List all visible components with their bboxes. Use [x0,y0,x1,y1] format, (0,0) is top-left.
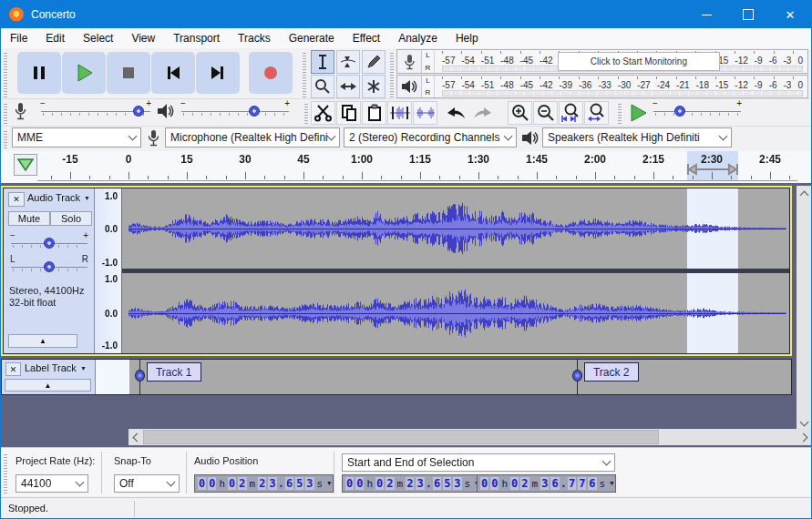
timefield-dropdown-arrow[interactable]: ▼ [610,480,613,487]
multi-tool-button[interactable] [362,75,385,98]
timefield-dropdown-arrow[interactable]: ▼ [327,480,331,487]
audio-track-title-menu[interactable]: Audio Track▼ [27,192,90,203]
solo-button[interactable]: Solo [50,211,92,226]
scroll-left-arrow[interactable] [128,430,143,444]
copy-button[interactable] [336,101,361,125]
selection-end-field[interactable]: 00h02m36.776s▼ [477,474,616,493]
menu-item-analyze[interactable]: Analyze [389,32,447,45]
selection-mode-select[interactable]: Start and End of Selection [342,453,615,472]
recording-channels-select[interactable]: 2 (Stereo) Recording Channels [344,127,517,148]
play-at-speed-button[interactable] [625,101,650,125]
selection-start-field[interactable]: 00h02m23.653s▼ [342,474,481,493]
label-track-title-menu[interactable]: Label Track▼ [25,362,87,373]
skip-to-start-button[interactable] [151,52,195,94]
menu-item-select[interactable]: Select [74,32,122,45]
menu-item-view[interactable]: View [122,32,164,45]
pause-button[interactable] [17,52,61,94]
undo-button[interactable] [444,101,468,125]
recording-volume-thumb[interactable] [133,106,144,117]
playback-meter-speaker-button[interactable] [397,76,422,97]
recording-meter[interactable]: LR -57-54-51-48-45-42-39-36-33-30-27-24-… [396,49,808,74]
label-track[interactable]: Track 1Track 2 ✕ Label Track▼ ▲ [1,359,792,395]
scroll-up-arrow[interactable] [797,186,811,200]
selection-toolbar-grip[interactable] [4,453,7,494]
minimize-button[interactable] [685,1,727,28]
timeline-ticks[interactable] [1,151,812,183]
vertical-scrollbar[interactable] [797,186,812,429]
waveform-canvas[interactable] [122,188,789,353]
zoom-fit-button[interactable] [584,101,609,125]
mute-button[interactable]: Mute [8,211,50,226]
label-text-2[interactable]: Track 2 [584,362,639,382]
audacity-window: Concerto ✕ FileEditSelectViewTransportTr… [0,0,812,519]
menu-item-help[interactable]: Help [447,32,488,45]
menu-item-edit[interactable]: Edit [36,32,74,45]
menu-item-file[interactable]: File [1,32,36,45]
transport-toolbar-grip[interactable] [4,52,7,97]
label-track-close-button[interactable]: ✕ [5,362,21,376]
horizontal-scrollbar[interactable] [128,429,812,445]
timeline-options-button[interactable] [14,154,37,176]
redo-button[interactable] [469,101,494,125]
record-button[interactable] [249,52,293,94]
menu-item-transport[interactable]: Transport [164,32,229,45]
label-handle-2[interactable] [572,370,582,382]
recording-device-select[interactable]: Microphone (Realtek High Defini [165,127,340,148]
track-gain-thumb[interactable] [44,238,55,249]
label-handle-1[interactable] [135,370,145,382]
project-rate-select[interactable]: 44100 [15,474,88,493]
menu-item-tracks[interactable]: Tracks [229,32,280,45]
menu-item-generate[interactable]: Generate [280,32,344,45]
paste-button[interactable] [362,101,386,125]
play-button[interactable] [62,52,106,94]
selection-tool-button[interactable] [311,50,334,74]
silence-audio-button[interactable] [413,101,437,125]
label-text-1[interactable]: Track 1 [147,362,201,382]
playback-volume-thumb[interactable] [249,106,260,117]
audio-host-select[interactable]: MME [12,127,141,148]
track-pan-slider[interactable]: LR [11,257,87,277]
timeline-ruler[interactable]: -1501530451:001:151:301:452:002:152:302:… [1,151,811,183]
track-gain-slider[interactable]: −+ [11,233,87,253]
scroll-down-arrow[interactable] [797,414,811,429]
snap-to-select[interactable]: Off [114,474,180,493]
play-speed-thumb[interactable] [674,106,685,117]
play-speed-slider[interactable]: −+ [653,101,741,121]
tools-toolbar-grip[interactable] [303,52,306,97]
meter-db--51: -51 [481,56,494,66]
timeshift-tool-button[interactable] [336,75,360,98]
label-track-collapse-button[interactable]: ▲ [5,379,91,392]
stop-button[interactable] [107,52,150,94]
zoom-tool-button[interactable] [311,75,334,98]
skip-to-end-button[interactable] [196,52,240,94]
zoom-out-button[interactable] [533,101,558,125]
trim-audio-button[interactable] [387,101,412,125]
scroll-right-arrow[interactable] [797,430,812,444]
zoom-fit-icon [587,103,607,123]
maximize-button[interactable] [727,1,769,28]
zoom-selection-button[interactable] [559,101,583,125]
monitoring-overlay[interactable]: Click to Start Monitoring [558,52,720,71]
close-button[interactable]: ✕ [769,1,811,28]
edit-toolbar-grip[interactable] [304,102,308,124]
menu-item-effect[interactable]: Effect [344,32,389,45]
mixer-toolbar-grip[interactable] [4,102,7,124]
playback-device-select[interactable]: Speakers (Realtek High Definiti [542,127,732,148]
recording-volume-slider[interactable]: −+ [41,101,150,121]
zoom-in-button[interactable] [508,101,532,125]
track-pan-thumb[interactable] [44,261,55,272]
meter-toolbar-grip[interactable] [390,52,394,97]
track-collapse-button[interactable]: ▲ [8,334,77,348]
draw-tool-button[interactable] [362,50,385,74]
audio-track-close-button[interactable]: ✕ [8,192,25,207]
track-area[interactable]: ✕ Audio Track▼ Mute Solo −+ LR Stereo, 4… [1,183,811,447]
recording-meter-mic-button[interactable] [397,50,422,73]
horizontal-scrollbar-thumb[interactable] [143,430,659,444]
play-at-speed-toolbar-grip[interactable] [618,102,622,124]
playback-volume-slider[interactable]: −+ [181,101,289,121]
playback-meter[interactable]: LR -57-54-51-48-45-42-39-36-33-30-27-24-… [396,75,808,98]
envelope-tool-button[interactable] [336,50,360,74]
cut-button[interactable] [311,101,335,125]
device-toolbar-grip[interactable] [4,129,7,148]
audio-position-field[interactable]: 00h02m23.653s▼ [194,474,334,493]
